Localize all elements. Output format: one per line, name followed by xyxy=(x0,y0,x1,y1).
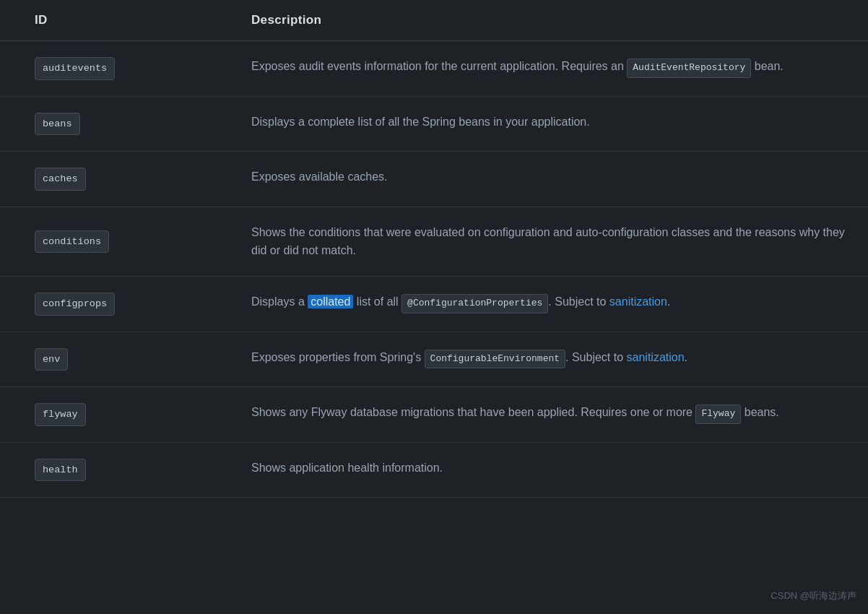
description-cell-beans: Displays a complete list of all the Spri… xyxy=(217,96,868,152)
inline-code-configurableenvironment: ConfigurableEnvironment xyxy=(425,350,565,369)
id-badge-flyway: flyway xyxy=(35,403,86,426)
description-cell-conditions: Shows the conditions that were evaluated… xyxy=(217,207,868,276)
description-cell-configprops: Displays a collated list of all @Configu… xyxy=(217,276,868,332)
id-cell: auditevents xyxy=(0,41,217,97)
id-cell: configprops xyxy=(0,276,217,332)
description-cell-flyway: Shows any Flyway database migrations tha… xyxy=(217,387,868,443)
table-row: beans Displays a complete list of all th… xyxy=(0,96,868,152)
watermark: CSDN @听海边涛声 xyxy=(771,589,856,602)
inline-code-configurationproperties: @ConfigurationProperties xyxy=(402,294,548,314)
main-table-container: ID Description auditevents Exposes audit… xyxy=(0,0,868,498)
id-cell: conditions xyxy=(0,207,217,276)
id-badge-auditevents: auditevents xyxy=(35,57,115,80)
col-header-description: Description xyxy=(217,0,868,41)
table-row: env Exposes properties from Spring's Con… xyxy=(0,332,868,387)
table-row: flyway Shows any Flyway database migrati… xyxy=(0,387,868,443)
id-cell: flyway xyxy=(0,387,217,443)
id-badge-caches: caches xyxy=(35,168,86,191)
id-badge-beans: beans xyxy=(35,113,80,136)
description-cell-env: Exposes properties from Spring's Configu… xyxy=(217,332,868,387)
inline-code-flyway: Flyway xyxy=(695,405,741,424)
endpoints-table: ID Description auditevents Exposes audit… xyxy=(0,0,868,498)
table-row: configprops Displays a collated list of … xyxy=(0,276,868,332)
sanitization-link-env[interactable]: sanitization xyxy=(627,351,685,363)
col-header-id: ID xyxy=(0,0,217,41)
table-row: health Shows application health informat… xyxy=(0,442,868,498)
id-cell: env xyxy=(0,332,217,387)
id-badge-conditions: conditions xyxy=(35,230,109,254)
description-cell-caches: Exposes available caches. xyxy=(217,152,868,207)
inline-code-auditeventrepository: AuditEventRepository xyxy=(627,59,751,78)
table-row: auditevents Exposes audit events informa… xyxy=(0,41,868,97)
description-cell-health: Shows application health information. xyxy=(217,442,868,498)
table-row: conditions Shows the conditions that wer… xyxy=(0,207,868,276)
id-cell: beans xyxy=(0,96,217,152)
id-badge-env: env xyxy=(35,348,68,371)
description-cell-auditevents: Exposes audit events information for the… xyxy=(217,41,868,97)
table-row: caches Exposes available caches. xyxy=(0,152,868,207)
id-badge-health: health xyxy=(35,459,86,482)
sanitization-link-configprops[interactable]: sanitization xyxy=(609,295,667,308)
collated-link[interactable]: collated xyxy=(308,295,353,308)
table-header-row: ID Description xyxy=(0,0,868,41)
id-badge-configprops: configprops xyxy=(35,293,115,316)
id-cell: health xyxy=(0,442,217,498)
id-cell: caches xyxy=(0,152,217,207)
